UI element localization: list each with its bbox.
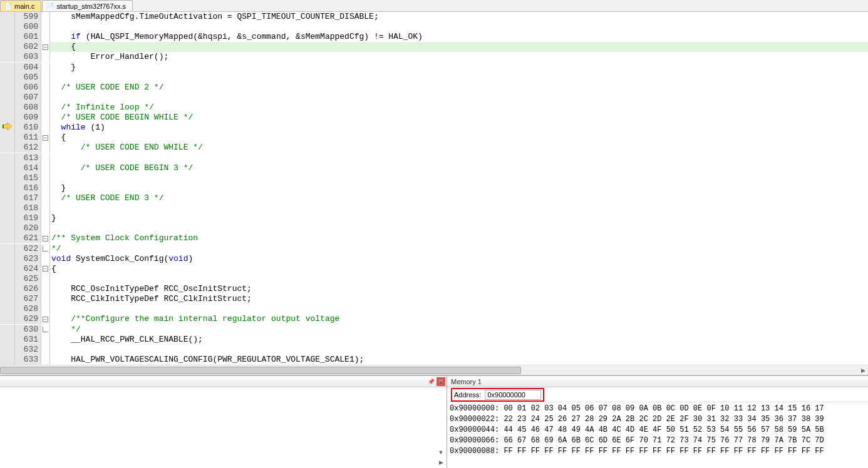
breakpoint-gutter[interactable] xyxy=(0,83,15,93)
fold-gutter[interactable] xyxy=(41,12,50,22)
fold-gutter[interactable]: − xyxy=(41,233,50,243)
fold-gutter[interactable] xyxy=(41,183,50,193)
source-line[interactable]: */ xyxy=(50,325,868,335)
fold-gutter[interactable] xyxy=(41,355,50,365)
fold-gutter[interactable] xyxy=(41,203,50,213)
breakpoint-gutter[interactable] xyxy=(0,345,15,355)
fold-gutter[interactable] xyxy=(41,325,50,335)
breakpoint-gutter[interactable] xyxy=(0,93,15,103)
source-line[interactable] xyxy=(50,153,868,163)
source-line[interactable]: /* USER CODE END 3 */ xyxy=(50,193,868,203)
source-line[interactable]: RCC_OscInitTypeDef RCC_OscInitStruct; xyxy=(50,284,868,294)
source-line[interactable] xyxy=(50,22,868,32)
fold-gutter[interactable] xyxy=(41,335,50,345)
breakpoint-gutter[interactable] xyxy=(0,173,15,183)
source-line[interactable]: } xyxy=(50,63,868,73)
fold-collapse-icon[interactable]: − xyxy=(43,135,48,141)
fold-gutter[interactable] xyxy=(41,223,50,233)
source-line[interactable]: /* USER CODE END 2 */ xyxy=(50,83,868,93)
source-line[interactable] xyxy=(50,274,868,284)
source-line[interactable]: while (1) xyxy=(50,123,868,133)
breakpoint-gutter[interactable] xyxy=(0,63,15,73)
fold-gutter[interactable] xyxy=(41,63,50,73)
fold-gutter[interactable] xyxy=(41,274,50,284)
source-line[interactable]: RCC_ClkInitTypeDef RCC_ClkInitStruct; xyxy=(50,294,868,304)
fold-gutter[interactable] xyxy=(41,32,50,42)
fold-gutter[interactable] xyxy=(41,213,50,223)
source-line[interactable] xyxy=(50,203,868,213)
breakpoint-gutter[interactable] xyxy=(0,123,15,133)
fold-gutter[interactable] xyxy=(41,244,50,254)
fold-gutter[interactable] xyxy=(41,254,50,264)
breakpoint-gutter[interactable] xyxy=(0,294,15,304)
address-input[interactable] xyxy=(485,390,541,400)
fold-collapse-icon[interactable]: − xyxy=(43,236,48,242)
fold-gutter[interactable] xyxy=(41,83,50,93)
fold-gutter[interactable] xyxy=(41,73,50,83)
source-line[interactable] xyxy=(50,345,868,355)
source-line[interactable]: Error_Handler(); xyxy=(50,52,868,62)
breakpoint-gutter[interactable] xyxy=(0,264,15,274)
source-line[interactable]: /* USER CODE BEGIN 3 */ xyxy=(50,163,868,173)
panel-left-body[interactable]: ▲ ▼ ▶ xyxy=(0,387,447,468)
fold-gutter[interactable]: − xyxy=(41,264,50,274)
breakpoint-gutter[interactable] xyxy=(0,73,15,83)
breakpoint-gutter[interactable] xyxy=(0,42,15,52)
source-line[interactable] xyxy=(50,93,868,103)
source-line[interactable]: /* Infinite loop */ xyxy=(50,103,868,113)
breakpoint-gutter[interactable] xyxy=(0,274,15,284)
code-viewport[interactable]: 599 sMemMappedCfg.TimeOutActivation = QS… xyxy=(0,12,868,365)
fold-collapse-icon[interactable]: − xyxy=(43,266,48,272)
fold-gutter[interactable] xyxy=(41,52,50,62)
fold-gutter[interactable] xyxy=(41,294,50,304)
source-line[interactable]: } xyxy=(50,213,868,223)
fold-gutter[interactable] xyxy=(41,345,50,355)
pin-icon[interactable]: 📌 xyxy=(426,377,435,386)
source-line[interactable]: } xyxy=(50,183,868,193)
scroll-right-small-icon[interactable]: ▶ xyxy=(437,458,445,467)
breakpoint-gutter[interactable] xyxy=(0,12,15,22)
fold-collapse-icon[interactable]: − xyxy=(43,44,48,50)
breakpoint-gutter[interactable] xyxy=(0,304,15,314)
breakpoint-gutter[interactable] xyxy=(0,113,15,123)
breakpoint-gutter[interactable] xyxy=(0,355,15,365)
breakpoint-gutter[interactable] xyxy=(0,143,15,153)
tab-startup-s[interactable]: 📄 startup_stm32f767xx.s xyxy=(42,0,133,11)
source-line[interactable]: sMemMappedCfg.TimeOutActivation = QSPI_T… xyxy=(50,12,868,22)
fold-gutter[interactable] xyxy=(41,163,50,173)
fold-collapse-icon[interactable]: − xyxy=(43,317,48,322)
breakpoint-gutter[interactable] xyxy=(0,325,15,335)
source-line[interactable]: /**Configure the main internal regulator… xyxy=(50,314,868,324)
breakpoint-gutter[interactable] xyxy=(0,335,15,345)
breakpoint-gutter[interactable] xyxy=(0,314,15,324)
source-line[interactable]: if (HAL_QSPI_MemoryMapped(&hqspi, &s_com… xyxy=(50,32,868,42)
source-line[interactable]: */ xyxy=(50,244,868,254)
source-line[interactable]: { xyxy=(50,42,868,52)
source-line[interactable] xyxy=(50,223,868,233)
fold-gutter[interactable]: − xyxy=(41,314,50,324)
breakpoint-gutter[interactable] xyxy=(0,254,15,264)
breakpoint-gutter[interactable] xyxy=(0,163,15,173)
source-line[interactable]: void SystemClock_Config(void) xyxy=(50,254,868,264)
fold-gutter[interactable] xyxy=(41,173,50,183)
breakpoint-gutter[interactable] xyxy=(0,183,15,193)
breakpoint-gutter[interactable] xyxy=(0,52,15,62)
breakpoint-gutter[interactable] xyxy=(0,32,15,42)
editor-horizontal-scrollbar[interactable]: ◀ ▶ xyxy=(0,365,868,375)
breakpoint-gutter[interactable] xyxy=(0,284,15,294)
fold-gutter[interactable] xyxy=(41,103,50,113)
source-line[interactable]: /* USER CODE END WHILE */ xyxy=(50,143,868,153)
fold-gutter[interactable]: − xyxy=(41,133,50,143)
scroll-right-icon[interactable]: ▶ xyxy=(858,365,868,375)
breakpoint-gutter[interactable] xyxy=(0,203,15,213)
fold-gutter[interactable] xyxy=(41,113,50,123)
fold-gutter[interactable] xyxy=(41,284,50,294)
source-line[interactable] xyxy=(50,73,868,83)
breakpoint-gutter[interactable] xyxy=(0,103,15,113)
fold-gutter[interactable] xyxy=(41,153,50,163)
breakpoint-gutter[interactable] xyxy=(0,22,15,32)
source-line[interactable]: /** System Clock Configuration xyxy=(50,233,868,243)
source-line[interactable]: HAL_PWR_VOLTAGESCALING_CONFIG(PWR_REGULA… xyxy=(50,355,868,365)
source-line[interactable]: __HAL_RCC_PWR_CLK_ENABLE(); xyxy=(50,335,868,345)
breakpoint-gutter[interactable] xyxy=(0,153,15,163)
